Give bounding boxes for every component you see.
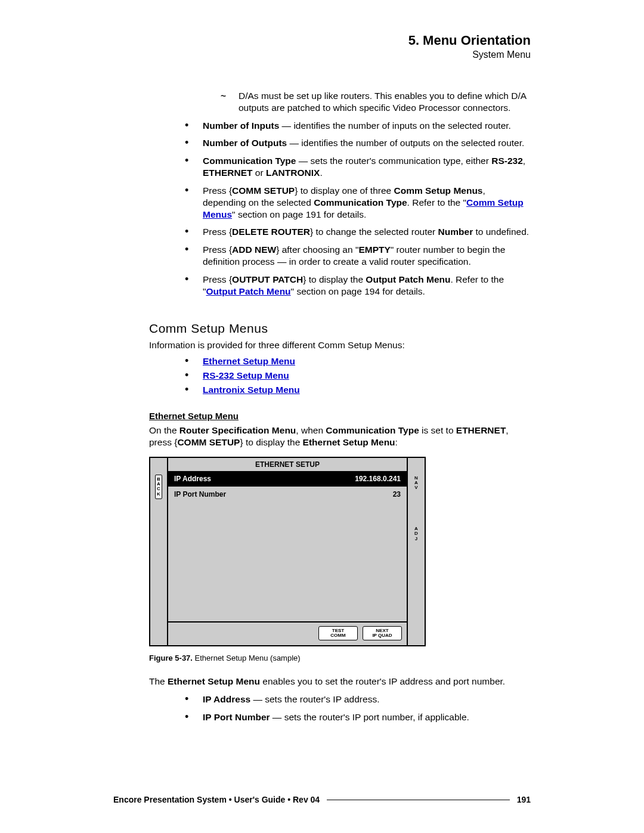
intro-text: Information is provided for three differ…: [149, 339, 531, 351]
list-item: Ethernet Setup Menu: [185, 355, 531, 367]
adj-label: ADJ: [414, 527, 418, 541]
list-item: Communication Type — sets the router's c…: [185, 155, 531, 179]
tail-bullet-list: IP Address — sets the router's IP addres…: [149, 693, 531, 723]
main-bullet-list: Number of Inputs — identifies the number…: [149, 120, 531, 298]
link-output-patch-menu[interactable]: Output Patch Menu: [206, 286, 291, 296]
page-footer: Encore Presentation System • User's Guid…: [113, 795, 531, 804]
ethernet-intro: On the Router Specification Menu, when C…: [149, 425, 531, 448]
list-item: Press {COMM SETUP} to display one of thr…: [185, 185, 531, 220]
footer-title: Encore Presentation System • User's Guid…: [113, 795, 320, 804]
list-item: Press {ADD NEW} after choosing an "EMPTY…: [185, 244, 531, 268]
back-button[interactable]: BACK: [155, 475, 162, 500]
list-item: Number of Outputs — identifies the numbe…: [185, 137, 531, 149]
link-lantronix-setup-menu[interactable]: Lantronix Setup Menu: [203, 385, 300, 395]
tilde-paragraph: ~ D/As must be set up like routers. This…: [221, 90, 531, 114]
list-item: Press {OUTPUT PATCH} to display the Outp…: [185, 274, 531, 298]
test-comm-button[interactable]: TESTCOMM: [318, 626, 358, 641]
figure-ethernet-setup: BACK ETHERNET SETUP IP Address 192.168.0…: [149, 457, 531, 663]
list-item: Press {DELETE ROUTER} to change the sele…: [185, 226, 531, 238]
link-rs232-setup-menu[interactable]: RS-232 Setup Menu: [203, 370, 289, 380]
menu-row-ip-address[interactable]: IP Address 192.168.0.241: [168, 471, 407, 487]
chapter-subtitle: System Menu: [149, 49, 531, 60]
figure-caption: Figure 5-37. Ethernet Setup Menu (sample…: [149, 654, 531, 662]
screen-title: ETHERNET SETUP: [168, 458, 407, 471]
list-item: IP Address — sets the router's IP addres…: [185, 693, 531, 705]
section-heading-comm-setup: Comm Setup Menus: [149, 321, 531, 336]
nav-label: NAV: [414, 476, 418, 491]
next-ip-quad-button[interactable]: NEXTIP QUAD: [363, 626, 402, 641]
list-item: RS-232 Setup Menu: [185, 370, 531, 382]
menu-row-ip-port[interactable]: IP Port Number 23: [168, 487, 407, 502]
list-item: IP Port Number — sets the router's IP po…: [185, 711, 531, 723]
subsection-heading-ethernet: Ethernet Setup Menu: [149, 411, 531, 421]
chapter-title: 5. Menu Orientation: [149, 33, 531, 48]
list-item: Lantronix Setup Menu: [185, 384, 531, 396]
list-item: Number of Inputs — identifies the number…: [185, 120, 531, 132]
post-figure-text: The Ethernet Setup Menu enables you to s…: [149, 676, 531, 688]
link-ethernet-setup-menu[interactable]: Ethernet Setup Menu: [203, 356, 295, 366]
page-number: 191: [517, 795, 531, 804]
tilde-marker: ~: [221, 90, 239, 114]
